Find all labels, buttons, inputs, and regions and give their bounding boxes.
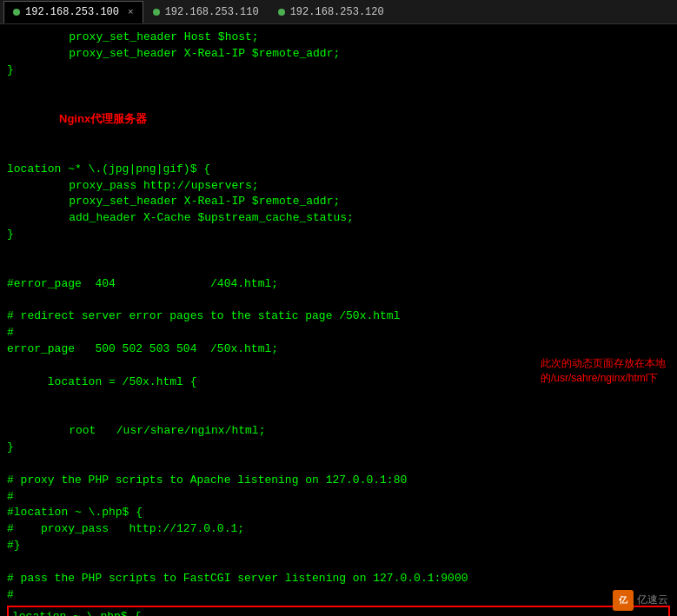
terminal-content: proxy_set_header Host $host; proxy_set_h…: [0, 24, 677, 616]
errorpage-section: #error_page 404 /404.html; # redirect se…: [7, 276, 670, 604]
tab-label-2: 192.168.253.110: [165, 6, 259, 18]
tab-label-3: 192.168.253.120: [290, 6, 384, 18]
watermark-logo: 亿: [613, 590, 634, 611]
code-line: add_header X-Cache $upstream_cache_statu…: [7, 210, 670, 227]
tab-label-1: 192.168.253.100: [25, 6, 119, 18]
code-line: [7, 243, 670, 260]
watermark-text: 亿速云: [637, 593, 668, 607]
code-line: [7, 95, 670, 111]
code-line: }: [7, 63, 670, 79]
code-line: proxy_pass http://upservers;: [7, 178, 670, 195]
code-line: proxy_set_header Host $host;: [7, 30, 670, 46]
code-line: location ~ \.php$ {: [12, 609, 665, 616]
code-line: [7, 129, 670, 145]
tab-3[interactable]: 192.168.253.120: [269, 1, 394, 23]
code-line: [7, 145, 670, 162]
code-line: # proxy the PHP scripts to Apache listen…: [7, 473, 670, 489]
tab-status-dot-3: [278, 9, 285, 16]
code-line: location ~* \.(jpg|png|gif)$ {: [7, 162, 670, 178]
tab-2[interactable]: 192.168.253.110: [143, 1, 269, 23]
watermark: 亿 亿速云: [613, 590, 668, 611]
tab-status-dot-2: [153, 9, 160, 16]
code-line: #: [7, 587, 670, 604]
code-line: #: [7, 325, 670, 341]
code-line: #: [7, 489, 670, 506]
code-line: [7, 554, 670, 571]
code-line: # redirect server error pages to the sta…: [7, 308, 670, 325]
code-line: #location ~ \.php$ {: [7, 505, 670, 521]
code-line: [7, 79, 670, 96]
watermark-logo-text: 亿: [619, 594, 627, 607]
highlight-location-block: location ~ \.php$ { root /usr/share/ngin…: [7, 606, 670, 616]
annotation-50x: 此次的动态页面存放在本地的/usr/sahre/nginx/html下: [541, 356, 666, 386]
code-line: #error_page 404 /404.html;: [7, 276, 670, 293]
code-line: #}: [7, 538, 670, 554]
tab-1[interactable]: 192.168.253.100 ×: [3, 1, 143, 23]
code-line: location = /50x.html { 此次的动态页面存放在本地的/usr…: [7, 358, 670, 423]
tab-bar: 192.168.253.100 × 192.168.253.110 192.16…: [0, 0, 677, 24]
code-line: root /usr/share/nginx/html;: [7, 423, 670, 440]
tab-status-dot-1: [13, 9, 20, 16]
code-line: [7, 260, 670, 276]
code-line: proxy_set_header X-Real-IP $remote_addr;: [7, 46, 670, 63]
tab-close-1[interactable]: ×: [128, 7, 134, 17]
annotation-nginx: Nginx代理服务器: [59, 112, 147, 125]
code-line: }: [7, 440, 670, 456]
code-line: proxy_set_header X-Real-IP $remote_addr;: [7, 194, 670, 210]
code-line: # pass the PHP scripts to FastCGI server…: [7, 571, 670, 587]
code-line: }: [7, 227, 670, 243]
code-line: [7, 293, 670, 309]
code-line: [7, 456, 670, 473]
code-line: # proxy_pass http://127.0.0.1;: [7, 521, 670, 538]
comment-section: Nginx代理服务器: [7, 95, 670, 129]
